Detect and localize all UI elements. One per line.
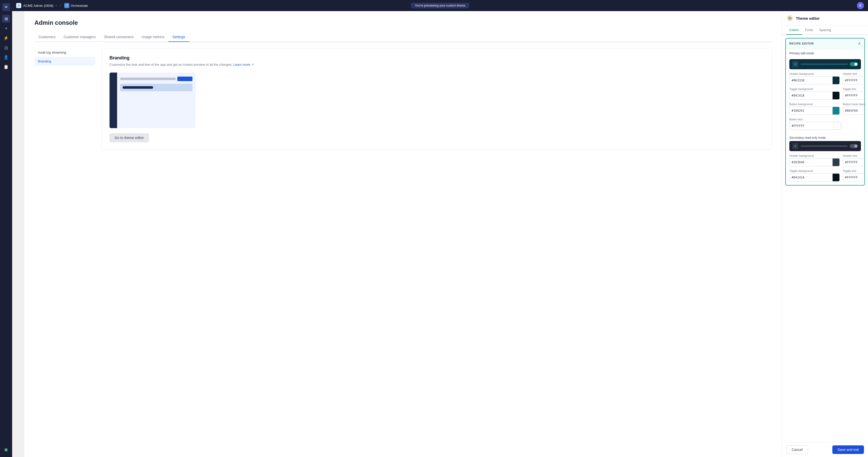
sec-header-bg-input-row <box>789 158 840 166</box>
sidebar-icon-puzzle[interactable]: ✦ <box>2 24 10 32</box>
secondary-mode-icon: ≡ <box>793 143 799 149</box>
main-wrapper: Admin console Customers Customer manager… <box>24 11 868 457</box>
header-text-label: Header text <box>843 72 865 75</box>
sec-toggle-bg-label: Toggle background <box>789 169 840 172</box>
settings-item-branding[interactable]: Branding <box>34 57 95 66</box>
content-panel: Admin console Customers Customer manager… <box>24 11 782 457</box>
topbar: A ACME Admin (OEM) ▾ / O Orchestrate You… <box>12 0 868 11</box>
sec-header-bg-label: Header background <box>789 154 840 157</box>
button-bg-input[interactable] <box>789 109 832 112</box>
tab-usage-metrics[interactable]: Usage metrics <box>137 32 168 42</box>
topbar-right: E <box>857 2 864 9</box>
left-sidebar: W ⊞ ✦ ⚡ ▤ 👤 📋 <box>0 0 12 457</box>
toggle-text-input-row <box>843 92 865 100</box>
header-bg-input[interactable] <box>789 78 832 82</box>
sec-header-bg-input[interactable] <box>789 161 832 164</box>
cancel-button[interactable]: Cancel <box>786 445 808 454</box>
button-text-group: Button text <box>789 118 841 130</box>
toggle-bg-swatch[interactable] <box>832 92 839 99</box>
sidebar-logo[interactable]: W <box>2 3 10 11</box>
settings-content: Branding Customize the look and feel of … <box>101 48 772 150</box>
sec-toggle-text-label: Toggle text <box>843 169 865 172</box>
save-exit-button[interactable]: Save and exit <box>832 445 864 454</box>
button-text-input[interactable] <box>789 124 834 128</box>
preview-banner: You're previewing your custom theme <box>411 3 469 8</box>
header-bg-input-row <box>789 76 840 85</box>
sec-header-bg-group: Header background <box>789 154 840 166</box>
toggle-bg-input[interactable] <box>789 94 832 97</box>
header-bg-swatch[interactable] <box>832 76 839 84</box>
go-theme-editor-button[interactable]: Go to theme editor <box>110 133 149 142</box>
tab-settings[interactable]: Settings <box>168 32 189 42</box>
button-text-label: Button text <box>789 118 841 121</box>
secondary-mode-toggle[interactable] <box>850 144 858 148</box>
sidebar-icon-people[interactable]: 👤 <box>2 53 10 61</box>
toggle-text-input[interactable] <box>843 94 865 97</box>
topbar-app[interactable]: O Orchestrate <box>64 3 88 8</box>
recipe-section-title: RECIPE EDITOR <box>789 42 814 45</box>
sidebar-icon-layers[interactable]: ▤ <box>2 43 10 52</box>
topbar-separator: / <box>60 3 61 8</box>
sec-toggle-text-input[interactable] <box>843 176 865 179</box>
primary-mode-label: Primary edit mode <box>789 52 814 55</box>
branding-title: Branding <box>110 55 764 61</box>
page-title: Admin console <box>34 19 772 26</box>
sec-header-text-group: Header text <box>843 154 865 166</box>
button-text-swatch[interactable] <box>834 122 841 130</box>
theme-editor-body: RECIPE EDITOR ∧ Primary edit mode ≡ <box>782 35 868 442</box>
tab-customers[interactable]: Customers <box>34 32 60 42</box>
header-bg-label: Header background <box>789 72 840 75</box>
button-bg-label: Button background <box>789 103 840 106</box>
toggle-bg-group: Toggle background <box>789 88 840 100</box>
preview-selected-bar <box>123 86 153 89</box>
learn-more-link[interactable]: Learn more <box>234 63 250 66</box>
user-avatar[interactable]: E <box>857 2 864 9</box>
settings-layout: Audit log streaming Branding Branding Cu… <box>34 48 772 150</box>
button-hover-group: Button hover background <box>843 103 865 115</box>
button-text-input-row <box>789 122 841 130</box>
sec-header-bg-swatch[interactable] <box>832 159 839 166</box>
sidebar-icon-reports[interactable]: 📋 <box>2 63 10 71</box>
tab-customer-managers[interactable]: Customer managers <box>60 32 100 42</box>
theme-tabs: Colors Fonts Spacing <box>782 26 868 35</box>
button-hover-input[interactable] <box>843 109 865 112</box>
theme-editor-header: 🎨 Theme editor <box>782 11 868 26</box>
page-tabs: Customers Customer managers Shared conne… <box>34 32 772 42</box>
collapse-icon[interactable]: ∧ <box>858 41 861 46</box>
sec-toggle-bg-input[interactable] <box>789 176 832 179</box>
theme-tab-spacing[interactable]: Spacing <box>816 26 834 35</box>
brand-icon: A <box>16 3 21 8</box>
settings-item-audit-log[interactable]: Audit log streaming <box>34 48 95 57</box>
header-bg-group: Header background <box>789 72 840 85</box>
toggle-bg-input-row <box>789 92 840 100</box>
theme-editor-footer: Cancel Save and exit <box>782 442 868 457</box>
sec-toggle-bg-swatch[interactable] <box>832 174 839 181</box>
button-hover-label: Button hover background <box>843 103 865 106</box>
secondary-mode-label-wrap: Secondary read-only mode <box>786 133 864 141</box>
preview-top-row <box>120 76 192 81</box>
preview-bar-gray <box>120 77 176 80</box>
sidebar-icon-bolt[interactable]: ⚡ <box>2 34 10 42</box>
sec-header-text-input[interactable] <box>843 161 865 164</box>
primary-mode-label-wrap: Primary edit mode <box>786 48 864 56</box>
preview-selected-row <box>120 84 192 91</box>
theme-tab-colors[interactable]: Colors <box>786 26 802 35</box>
toggle-text-label: Toggle text <box>843 88 865 91</box>
secondary-mode-label: Secondary read-only mode <box>789 136 826 139</box>
secondary-mode-preview: ≡ <box>789 141 861 151</box>
sec-toggle-bg-input-row <box>789 173 840 182</box>
sidebar-icon-home[interactable]: ⊞ <box>2 15 10 23</box>
tab-shared-connectors[interactable]: Shared connectors <box>100 32 138 42</box>
theme-tab-fonts[interactable]: Fonts <box>802 26 816 35</box>
toggle-text-group: Toggle text <box>843 88 865 100</box>
theme-editor-icon: 🎨 <box>786 15 794 22</box>
recipe-editor-section: RECIPE EDITOR ∧ Primary edit mode ≡ <box>785 38 865 186</box>
theme-editor-panel: 🎨 Theme editor Colors Fonts Spacing RECI… <box>782 11 868 457</box>
header-text-group: Header text <box>843 72 865 85</box>
sidebar-icon-workato[interactable] <box>2 446 10 454</box>
settings-sidebar: Audit log streaming Branding <box>34 48 95 150</box>
header-text-input[interactable] <box>843 78 865 82</box>
mode-toggle[interactable] <box>850 62 858 66</box>
topbar-brand[interactable]: A ACME Admin (OEM) ▾ <box>16 3 57 8</box>
button-bg-swatch[interactable] <box>832 107 839 115</box>
